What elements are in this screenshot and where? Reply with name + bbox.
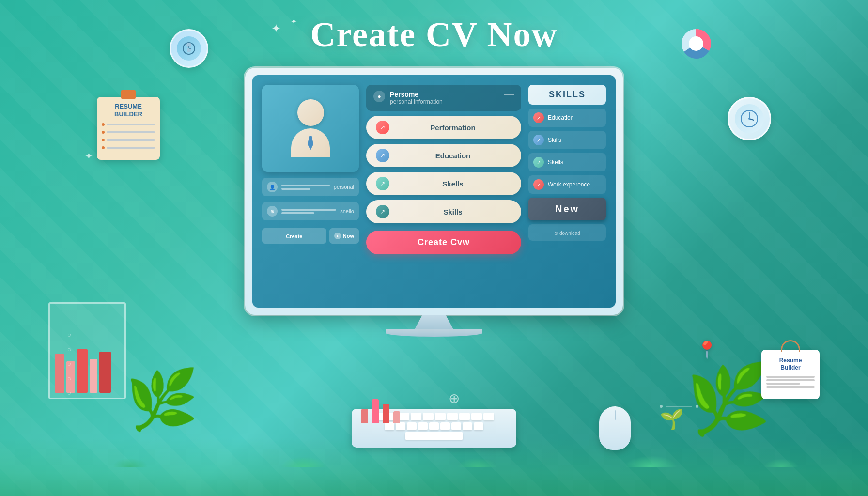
key bbox=[423, 413, 434, 420]
now-small-label: Now bbox=[343, 233, 354, 239]
menu-label-skills: Skills bbox=[394, 208, 512, 216]
form-field-skills[interactable]: ⊕ snello bbox=[262, 202, 359, 220]
download-label: ⊙ download bbox=[554, 231, 580, 236]
form-field-personal[interactable]: 👤 personal bbox=[262, 178, 359, 196]
clipboard-line-3 bbox=[102, 137, 155, 143]
pie-chart-decoration bbox=[679, 27, 713, 61]
clock-right-icon bbox=[735, 104, 764, 133]
menu-item-skells[interactable]: ↗ Skells bbox=[366, 172, 521, 195]
create-small-btn[interactable]: Create bbox=[262, 228, 326, 244]
bottom-buttons-left: Create ● Now bbox=[262, 228, 359, 244]
key bbox=[440, 422, 450, 430]
scene: ✦ ✦ Create CV Now bbox=[0, 0, 868, 496]
key bbox=[435, 413, 446, 420]
skills-header: SKILLS bbox=[528, 85, 606, 105]
key bbox=[418, 422, 428, 430]
menu-label-education: Education bbox=[394, 152, 512, 160]
resume-line-3 bbox=[766, 383, 800, 385]
info-collapse-icon bbox=[504, 94, 514, 95]
field-label-skills: snello bbox=[340, 208, 354, 214]
avatar-body bbox=[291, 128, 330, 157]
svg-point-6 bbox=[689, 36, 703, 51]
resume-right-title: ResumeBuilder bbox=[766, 357, 815, 372]
plant-right: 🌿 bbox=[686, 365, 771, 433]
skill-item-education: ↗ Education bbox=[528, 108, 606, 127]
avatar-box bbox=[262, 85, 359, 172]
sparkle-center: ✦ bbox=[291, 17, 297, 26]
menu-label-performance: Performation bbox=[394, 124, 512, 132]
bar-chart bbox=[361, 394, 400, 423]
menu-item-skills[interactable]: ↗ Skills bbox=[366, 200, 521, 223]
info-icon: ● bbox=[373, 91, 385, 102]
chain-decoration: ○ ○ ○ ○ ○ bbox=[65, 331, 73, 399]
bar-2 bbox=[372, 399, 379, 423]
resume-line-2 bbox=[766, 379, 815, 381]
dot bbox=[102, 123, 105, 126]
line bbox=[107, 124, 155, 125]
resume-clipboard-left: RESUMEBUILDER bbox=[97, 97, 160, 160]
clock-top-decoration bbox=[170, 29, 208, 68]
new-button[interactable]: New bbox=[528, 198, 606, 220]
field-line-1 bbox=[281, 185, 330, 186]
clock-top-icon bbox=[177, 36, 201, 61]
skill-icon-skills: ↗ bbox=[533, 135, 544, 145]
menu-label-skells: Skells bbox=[394, 180, 512, 188]
key bbox=[407, 422, 417, 430]
dot bbox=[102, 131, 105, 134]
skill-item-skells: ↗ Skells bbox=[528, 153, 606, 171]
bar-4 bbox=[393, 411, 400, 423]
key bbox=[463, 422, 472, 430]
menu-icon-performance: ↗ bbox=[376, 121, 389, 134]
skill-icon-work: ↗ bbox=[533, 179, 544, 190]
book-1 bbox=[55, 354, 64, 393]
location-pin: 📍 bbox=[696, 340, 718, 360]
info-header: ● Persome personal information bbox=[366, 85, 521, 111]
key bbox=[483, 413, 494, 420]
menu-item-education[interactable]: ↗ Education bbox=[366, 144, 521, 167]
info-text-block: Persome personal information bbox=[390, 91, 443, 105]
create-small-label: Create bbox=[286, 233, 302, 239]
compass-icon: ⊕ bbox=[449, 390, 460, 406]
clipboard-title: RESUMEBUILDER bbox=[102, 103, 155, 118]
create-cv-label: Create Cvw bbox=[418, 237, 470, 247]
skill-item-skills: ↗ Skills bbox=[528, 131, 606, 149]
book-5 bbox=[99, 352, 111, 393]
avatar-figure bbox=[291, 99, 330, 157]
bookshelf bbox=[48, 302, 126, 399]
skill-text-skells: Skells bbox=[548, 159, 563, 166]
space-key bbox=[405, 432, 463, 440]
skills-title: SKILLS bbox=[549, 90, 586, 99]
book-3 bbox=[77, 349, 88, 393]
skill-text-skills: Skills bbox=[548, 137, 561, 143]
plant-left: 🌿 bbox=[126, 370, 199, 428]
clipboard-clip bbox=[121, 90, 136, 99]
now-small-btn[interactable]: ● Now bbox=[329, 228, 359, 244]
new-label: New bbox=[555, 203, 579, 214]
skill-item-work: ↗ Work experence bbox=[528, 175, 606, 194]
svg-point-10 bbox=[748, 118, 750, 120]
sparkle-left: ✦ bbox=[271, 22, 281, 35]
sparkle-left-2: ✦ bbox=[85, 150, 93, 162]
skill-text-work: Work experence bbox=[548, 181, 590, 188]
menu-item-performance[interactable]: ↗ Performation bbox=[366, 116, 521, 139]
screen-left-panel: 👤 personal ⊕ snello bbox=[262, 85, 359, 298]
field-lines-skills bbox=[281, 209, 336, 214]
key bbox=[451, 422, 461, 430]
download-button[interactable]: ⊙ download bbox=[528, 224, 606, 241]
create-cv-button[interactable]: Create Cvw bbox=[366, 231, 521, 254]
resume-line-4 bbox=[766, 386, 815, 388]
monitor-wrapper: 👤 personal ⊕ snello bbox=[245, 68, 623, 337]
small-plant: 🌱 bbox=[660, 408, 684, 431]
page-title: Create CV Now bbox=[310, 15, 558, 54]
mouse bbox=[599, 406, 631, 450]
mouse-divider bbox=[605, 422, 624, 422]
key bbox=[474, 422, 483, 430]
field-icon-skills: ⊕ bbox=[267, 206, 278, 217]
monitor-base bbox=[386, 329, 482, 337]
key bbox=[411, 413, 421, 420]
keyboard-row-2 bbox=[356, 422, 512, 430]
bar-1 bbox=[361, 409, 368, 423]
clipboard-line-4 bbox=[102, 145, 155, 151]
bookshelf-frame bbox=[48, 302, 126, 399]
dot bbox=[102, 146, 105, 149]
